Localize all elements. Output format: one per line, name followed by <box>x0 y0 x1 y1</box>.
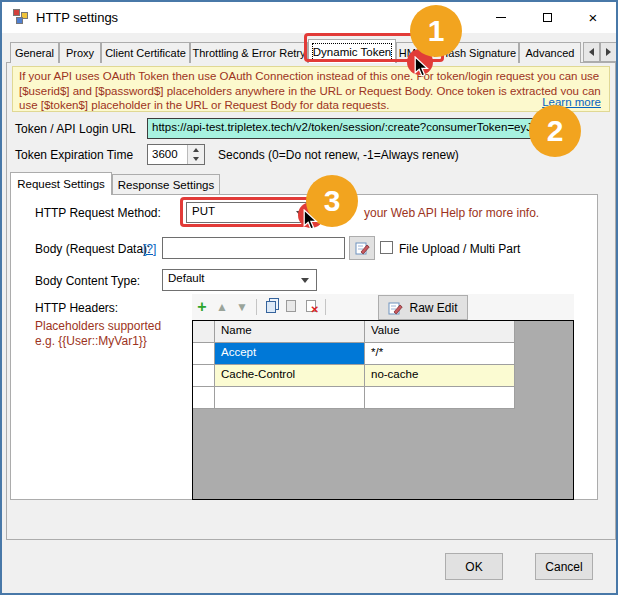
move-down-button[interactable]: ▼ <box>232 300 252 314</box>
grid-cell-name[interactable] <box>215 387 365 409</box>
edit-pencil-icon <box>388 301 403 315</box>
paste-icon <box>286 300 296 312</box>
content-type-label: Body Content Type: <box>35 274 140 288</box>
grid-row-header[interactable] <box>193 343 215 365</box>
stepper-arrows[interactable] <box>187 145 204 164</box>
stepper-down-icon[interactable] <box>188 155 204 165</box>
app-icon <box>13 9 29 25</box>
title-bar: HTTP settings × <box>2 2 616 33</box>
toolbar-separator <box>256 299 257 315</box>
tab-request-settings[interactable]: Request Settings <box>10 172 112 195</box>
tab-proxy[interactable]: Proxy <box>59 42 101 63</box>
paste-button[interactable] <box>281 300 301 315</box>
ok-button[interactable]: OK <box>445 553 503 580</box>
tab-client-certificate[interactable]: Client Certificate <box>101 42 190 63</box>
add-header-button[interactable]: + <box>192 298 212 316</box>
info-text: If your API uses OAuth Token then use OA… <box>19 70 601 111</box>
tab-advanced[interactable]: Advanced <box>519 42 581 63</box>
move-up-button[interactable]: ▲ <box>212 300 232 314</box>
window-title: HTTP settings <box>36 10 118 25</box>
delete-button[interactable] <box>301 300 321 315</box>
callout-step-2: 2 <box>529 105 581 157</box>
mouse-cursor-icon <box>303 209 319 231</box>
request-method-label: HTTP Request Method: <box>35 206 161 220</box>
http-settings-dialog: HTTP settings × General Proxy Client Cer… <box>0 0 618 595</box>
stepper-up-icon[interactable] <box>188 145 204 155</box>
toolbar-separator <box>325 299 326 315</box>
body-input[interactable] <box>162 237 345 259</box>
file-upload-checkbox[interactable] <box>380 241 393 254</box>
minimize-button[interactable] <box>478 2 524 32</box>
file-upload-label: File Upload / Multi Part <box>399 242 520 256</box>
tab-throttling-error-retry[interactable]: Throttling & Error Retry <box>190 42 308 63</box>
token-expiration-hint: Seconds (0=Do not renew, -1=Always renew… <box>218 148 459 162</box>
delete-icon <box>306 300 316 312</box>
copy-button[interactable] <box>261 298 281 316</box>
token-url-input[interactable]: https://api-test.tripletex.tech/v2/token… <box>147 118 534 139</box>
token-url-label: Token / API Login URL <box>15 122 136 136</box>
grid-col-header-value[interactable]: Value <box>365 321 515 343</box>
chevron-down-icon <box>301 278 309 283</box>
content-type-dropdown[interactable]: Default <box>162 269 317 291</box>
body-edit-button[interactable] <box>349 236 375 260</box>
tab-scroll-left-button[interactable] <box>583 42 600 62</box>
body-help-link[interactable]: [?] <box>143 242 156 256</box>
grid-row-header[interactable] <box>193 365 215 387</box>
maximize-button[interactable] <box>524 2 570 32</box>
grid-cell-value[interactable]: */* <box>365 343 515 365</box>
raw-edit-button[interactable]: Raw Edit <box>378 295 468 320</box>
grid-corner-cell <box>193 321 215 343</box>
mouse-cursor-icon <box>414 56 430 78</box>
placeholders-note-line2: e.g. {{User::MyVar1}} <box>35 334 147 348</box>
placeholders-note-line1: Placeholders supported <box>35 319 161 333</box>
headers-grid: Name Value Accept */* Cache-Control no-c… <box>192 320 574 500</box>
tab-response-settings[interactable]: Response Settings <box>112 174 220 195</box>
close-button[interactable]: × <box>570 2 616 32</box>
scroll-right-icon <box>606 48 611 56</box>
tab-scroll-right-button[interactable] <box>600 42 617 62</box>
callout-step-1: 1 <box>410 5 462 57</box>
highlight-box-request-method <box>180 197 316 227</box>
http-headers-label: HTTP Headers: <box>35 301 118 315</box>
token-expiration-stepper[interactable]: 3600 <box>147 144 205 165</box>
cancel-button[interactable]: Cancel <box>535 553 593 580</box>
copy-icon <box>266 301 276 313</box>
body-label: Body (Request Data): <box>35 242 150 256</box>
grid-row-header[interactable] <box>193 387 215 409</box>
scroll-left-icon <box>589 48 594 56</box>
maximize-icon <box>543 13 552 22</box>
grid-cell-value[interactable]: no-cache <box>365 365 515 387</box>
grid-col-header-name[interactable]: Name <box>215 321 365 343</box>
token-expiration-label: Token Expiration Time <box>15 148 133 162</box>
grid-cell-name[interactable]: Accept <box>215 343 365 365</box>
minimize-icon <box>496 17 506 18</box>
tab-general[interactable]: General <box>10 42 59 63</box>
edit-pencil-icon <box>355 241 370 255</box>
request-method-help: your Web API Help for more info. <box>364 206 539 220</box>
grid-cell-name[interactable]: Cache-Control <box>215 365 365 387</box>
grid-cell-value[interactable] <box>365 387 515 409</box>
close-icon: × <box>589 10 598 25</box>
oauth-info-box: If your API uses OAuth Token then use OA… <box>12 66 610 112</box>
